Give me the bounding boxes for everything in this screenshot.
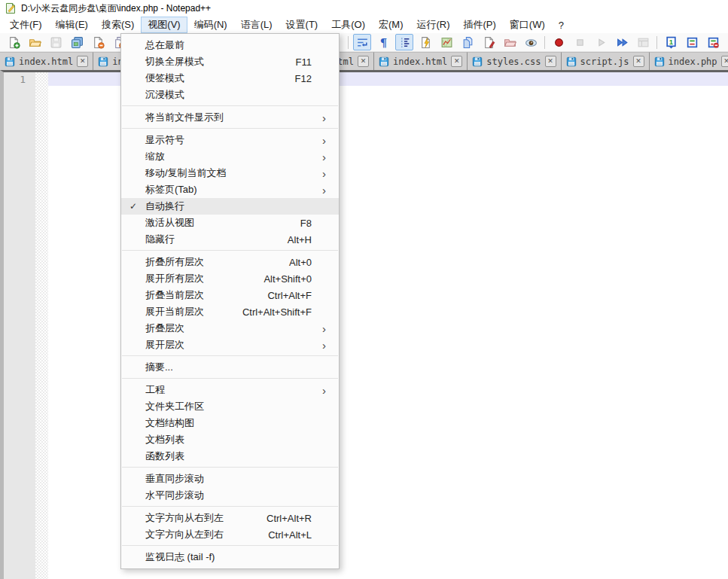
tab-close-icon[interactable]: ✕ [633, 56, 644, 67]
menubar-item-4[interactable]: 视图(V) [141, 17, 187, 33]
toolbar-separator [656, 36, 657, 49]
menubar-item-13[interactable]: ? [552, 17, 571, 33]
menubar-item-12[interactable]: 窗口(W) [503, 17, 552, 33]
menu-separator [122, 467, 338, 468]
menu-item--[interactable]: 文字方向从左到右Ctrl+Alt+L [121, 526, 339, 543]
menu-item--[interactable]: 折叠所有层次Alt+0 [121, 254, 339, 270]
tab-label: index.php [669, 56, 717, 67]
doc-list-button[interactable] [683, 34, 701, 50]
menu-item--[interactable]: ✓自动换行 [121, 198, 339, 215]
menu-item--[interactable]: 缩放› [121, 148, 339, 165]
notepad-plus-plus-app-icon [5, 2, 17, 14]
menu-item--[interactable]: 展开层次› [121, 337, 339, 353]
menu-item--[interactable]: 切换全屏模式F11 [121, 53, 339, 70]
menubar-item-3[interactable]: 搜索(S) [95, 17, 141, 33]
close-doc-button[interactable] [89, 34, 107, 50]
menu-separator [122, 105, 338, 106]
menu-item-label: 标签页(Tab) [145, 183, 322, 197]
menu-item--[interactable]: 垂直同步滚动 [121, 471, 339, 487]
tab-label: index.html [393, 56, 447, 67]
menu-item--[interactable]: 便签模式F12 [121, 70, 339, 87]
menu-item--tail-f-[interactable]: 监视日志 (tail -f) [121, 549, 339, 565]
function-list-button[interactable] [416, 34, 434, 50]
menu-item--[interactable]: 摘要... [121, 359, 339, 376]
menubar-item-9[interactable]: 宏(M) [372, 17, 410, 33]
menubar-item-2[interactable]: 编辑(E) [49, 17, 95, 33]
macro-run-multiple-button[interactable] [613, 34, 631, 50]
tab-close-icon[interactable]: ✕ [77, 56, 88, 67]
menubar: 文件(F)编辑(E)搜索(S)视图(V)编码(N)语言(L)设置(T)工具(O)… [0, 17, 728, 33]
menu-item--[interactable]: 工程› [121, 382, 339, 398]
tab-close-icon[interactable]: ✕ [545, 56, 556, 67]
doc-switcher-button[interactable] [458, 34, 477, 50]
menu-item--[interactable]: 文字方向从右到左Ctrl+Alt+R [121, 510, 339, 526]
open-folder-button[interactable] [26, 34, 44, 50]
project-panel-icon [483, 36, 495, 49]
monitoring-eye-icon [525, 36, 538, 49]
menu-item--[interactable]: 移动/复制当前文档› [121, 165, 339, 181]
indent-guide-icon [398, 36, 411, 49]
monitoring-eye-button[interactable] [522, 34, 540, 50]
submenu-arrow-icon: › [322, 135, 339, 146]
jump-top-button[interactable] [725, 34, 728, 50]
menu-item--[interactable]: 展开所有层次Alt+Shift+0 [121, 270, 339, 287]
tab-close-icon[interactable]: ✕ [451, 56, 462, 67]
menubar-item-5[interactable]: 编码(N) [187, 17, 234, 33]
tab-index.html[interactable]: index.html✕ [0, 52, 93, 70]
tab-styles.css[interactable]: styles.css✕ [468, 52, 561, 70]
menu-item--[interactable]: 折叠层次› [121, 320, 339, 337]
document-map-button[interactable] [437, 34, 455, 50]
tab-close-icon[interactable]: ✕ [721, 56, 728, 67]
menu-item--[interactable]: 水平同步滚动 [121, 487, 339, 504]
menubar-item-10[interactable]: 运行(R) [410, 17, 456, 33]
menu-separator [122, 250, 338, 251]
menu-item--tab-[interactable]: 标签页(Tab)› [121, 181, 339, 198]
word-wrap-button[interactable] [353, 34, 371, 50]
menu-item--[interactable]: 总在最前 [121, 37, 339, 53]
tab-script.js[interactable]: script.js✕ [562, 52, 650, 70]
tab-index.html[interactable]: index.html✕ [374, 52, 468, 70]
new-file-button[interactable] [5, 34, 23, 50]
view-menu-dropdown: 总在最前切换全屏模式F11便签模式F12沉浸模式将当前文件显示到›显示符号›缩放… [120, 33, 340, 569]
indent-guide-button[interactable] [395, 34, 413, 50]
menubar-item-8[interactable]: 工具(O) [324, 17, 372, 33]
menu-item--[interactable]: 函数列表 [121, 448, 339, 465]
menu-shortcut: Ctrl+Alt+F [267, 290, 312, 301]
menu-item--[interactable]: 隐藏行Alt+H [121, 231, 339, 248]
menubar-item-6[interactable]: 语言(L) [234, 17, 279, 33]
show-symbols-pilcrow-button[interactable]: ¶ [374, 34, 392, 50]
menu-item--[interactable]: 展开当前层次Ctrl+Alt+Shift+F [121, 303, 339, 320]
menu-item--[interactable]: 文件夹工作区 [121, 398, 339, 415]
menu-item--[interactable]: 显示符号› [121, 132, 339, 148]
menu-item--[interactable]: 沉浸模式 [121, 87, 339, 103]
toolbar: ¶1 [0, 33, 728, 52]
doc-list-clear-button[interactable] [704, 34, 722, 50]
saved-floppy-icon [654, 56, 665, 67]
macro-save-button [634, 34, 652, 50]
menu-item--[interactable]: 文档结构图 [121, 415, 339, 431]
menu-item--[interactable]: 折叠当前层次Ctrl+Alt+F [121, 287, 339, 303]
menu-item--[interactable]: 文档列表 [121, 431, 339, 448]
save-all-button[interactable] [68, 34, 86, 50]
menu-item-label: 将当前文件显示到 [145, 111, 322, 124]
bookmark-margin[interactable] [35, 72, 48, 579]
tab-close-icon[interactable]: ✕ [358, 56, 369, 67]
menu-separator [122, 355, 338, 356]
menubar-item-7[interactable]: 设置(T) [279, 17, 325, 33]
goto-doc-1-icon: 1 [665, 36, 678, 49]
toolbar-separator [348, 36, 349, 49]
folder-workspace-button[interactable] [501, 34, 519, 50]
project-panel-button[interactable] [480, 34, 498, 50]
tab-index.php[interactable]: index.php✕ [650, 52, 728, 70]
menubar-item-1[interactable]: 文件(F) [3, 17, 49, 33]
menu-item-label: 激活从视图 [145, 216, 300, 230]
menu-item--[interactable]: 激活从视图F8 [121, 215, 339, 231]
titlebar: D:\小米云盘同步盘\桌面\index.php - Notepad++ [0, 0, 728, 17]
menu-item--[interactable]: 将当前文件显示到› [121, 109, 339, 126]
goto-doc-1-button[interactable]: 1 [662, 34, 680, 50]
menu-item-label: 沉浸模式 [145, 88, 322, 102]
doc-list-icon [686, 36, 699, 49]
tab-label: styles.css [486, 56, 541, 67]
menubar-item-11[interactable]: 插件(P) [457, 17, 503, 33]
macro-record-button[interactable] [550, 34, 568, 50]
